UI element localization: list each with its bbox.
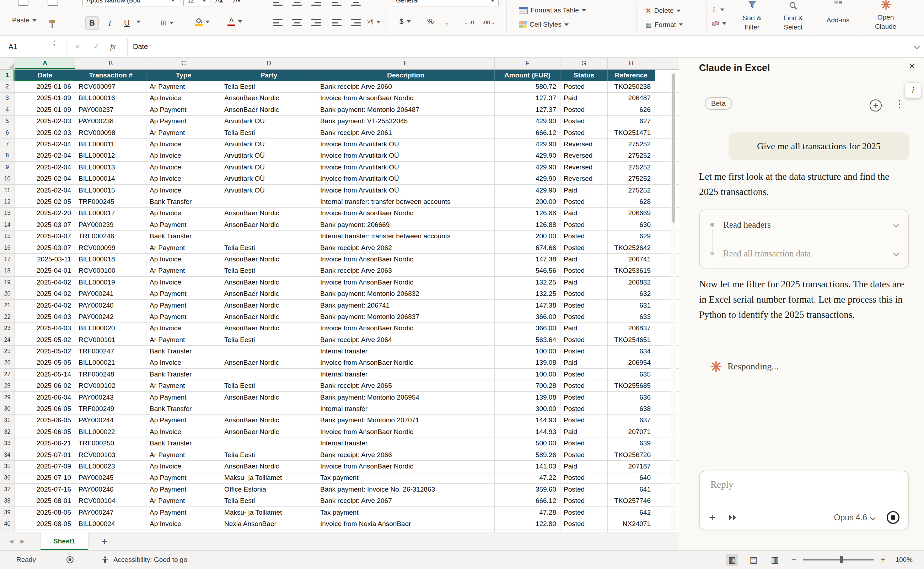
cell-A16[interactable]: 2025-03-07 [15,242,75,254]
cell-H17[interactable]: 206741 [608,254,655,265]
cell-E25[interactable]: Internal transfer [317,345,495,357]
row-number-25[interactable]: 25 [0,345,15,357]
cell-H5[interactable]: 627 [608,116,655,127]
row-number-27[interactable]: 27 [0,369,15,380]
cell-C27[interactable]: Bank Transfer [146,369,221,380]
cell-H9[interactable]: 275252 [608,161,655,173]
cell-D4[interactable]: AnsonBaer Nordic [221,104,317,116]
cell-A40[interactable]: 2025-08-05 [15,518,75,529]
cell-B37[interactable]: PAY000246 [75,484,146,495]
cell-F16[interactable]: 674.66 [495,242,560,254]
cell-B4[interactable]: PAY000237 [75,104,146,116]
cell-F10[interactable]: 429.90 [495,173,560,185]
cell-D3[interactable]: AnsonBaer Nordic [221,93,317,104]
cell-A31[interactable]: 2025-06-05 [15,415,75,426]
cell-D29[interactable]: AnsonBaer Nordic [221,392,317,403]
cell-E22[interactable]: Bank payment: Montonio 206837 [317,311,495,323]
cell-D2[interactable]: Telia Eesti [221,81,317,92]
cell-C40[interactable]: Ap Invoice [146,518,221,529]
cell-B30[interactable]: TRF000249 [75,403,146,414]
cell-C22[interactable]: Ap Payment [146,311,221,323]
cell-E4[interactable]: Bank payment: Montonio 206487 [317,104,495,116]
vertical-scrollbar[interactable] [671,72,676,529]
cell-G5[interactable]: Posted [560,116,608,127]
cell-G25[interactable]: Posted [560,345,608,357]
cell-G18[interactable]: Posted [560,265,608,277]
cell-H34[interactable]: TKO256720 [608,449,655,461]
cell-C39[interactable]: Ap Payment [146,507,221,518]
cell-A17[interactable]: 2025-03-11 [15,254,75,265]
cell-H10[interactable]: 275252 [608,173,655,185]
cell-C30[interactable]: Bank Transfer [146,403,221,414]
cell-G20[interactable]: Posted [560,288,608,300]
formula-bar-expand-icon[interactable] [914,43,920,49]
cell-D13[interactable]: AnsonBaer Nordic [221,208,317,219]
cell-G3[interactable]: Paid [560,93,608,104]
cell-D26[interactable]: AnsonBaer Nordic [221,357,317,369]
cell-C23[interactable]: Ap Invoice [146,323,221,334]
cell-C28[interactable]: Ar Payment [146,380,221,392]
cell-H16[interactable]: TKO252642 [608,242,655,254]
cell-A2[interactable]: 2025-01-06 [15,81,75,92]
row-number-1[interactable]: 1 [0,70,15,81]
cell-A29[interactable]: 2025-06-04 [15,392,75,403]
cell-B28[interactable]: RCV000102 [75,380,146,392]
cell-A3[interactable]: 2025-01-09 [15,93,75,104]
clear-button[interactable] [712,21,726,26]
cell-C18[interactable]: Ar Payment [146,265,221,277]
cell-H19[interactable]: 206832 [608,277,655,288]
cell-C2[interactable]: Ar Payment [146,81,221,92]
cell-H7[interactable]: 275252 [608,138,655,150]
cell-E20[interactable]: Bank payment: Montonio 206832 [317,288,495,300]
cell-G37[interactable]: Posted [560,484,608,495]
cell-G31[interactable]: Posted [560,415,608,426]
cell-B9[interactable]: BILL000013 [75,161,146,173]
zoom-in-button[interactable]: + [880,555,885,565]
cell-B5[interactable]: PAY000238 [75,116,146,127]
merge-button[interactable]: >¶ [367,18,381,26]
format-painter-button[interactable] [48,20,56,29]
cell-D15[interactable] [221,231,317,242]
row-number-28[interactable]: 28 [0,380,15,392]
comma-button[interactable]: , [446,16,448,27]
cell-B38[interactable]: RCV000104 [75,495,146,507]
cell-D6[interactable]: Telia Eesti [221,127,317,138]
close-panel-icon[interactable]: × [908,60,915,72]
cell-B39[interactable]: PAY000247 [75,507,146,518]
fill-down-button[interactable]: ⇩ [712,6,724,14]
currency-button[interactable]: $ [399,17,411,26]
cell-F5[interactable]: 429.90 [495,116,560,127]
cell-E12[interactable]: Internal transfer: transfer between acco… [317,196,495,207]
cell-D10[interactable]: Arvutitark OÜ [221,173,317,185]
cell-C9[interactable]: Ap Invoice [146,161,221,173]
wrap-text-icon[interactable] [351,0,361,6]
row-number-29[interactable]: 29 [0,392,15,403]
cell-B3[interactable]: BILL000016 [75,93,146,104]
cell-G11[interactable]: Paid [560,185,608,196]
cell-H25[interactable]: 634 [608,345,655,357]
cell-A14[interactable]: 2025-03-07 [15,219,75,231]
row-number-20[interactable]: 20 [0,288,15,300]
cell-E6[interactable]: Bank receipt: Arve 2061 [317,127,495,138]
cell-E10[interactable]: Invoice from Arvutitark OÜ [317,173,495,185]
cell-G35[interactable]: Paid [560,461,608,472]
row-number-37[interactable]: 37 [0,484,15,495]
cell-F7[interactable]: 429.90 [495,138,560,150]
cell-E3[interactable]: Invoice from AnsonBaer Nordic [317,93,495,104]
cell-A13[interactable]: 2025-02-20 [15,208,75,219]
cell-D16[interactable]: Telia Eesti [221,242,317,254]
cell-A32[interactable]: 2025-06-05 [15,426,75,438]
row-number-12[interactable]: 12 [0,196,15,207]
row-number-6[interactable]: 6 [0,127,15,138]
align-top-icon[interactable] [273,0,282,6]
cell-C13[interactable]: Ap Invoice [146,208,221,219]
cell-E37[interactable]: Bank payment: Invoice No. 26-312863 [317,484,495,495]
cell-D22[interactable]: AnsonBaer Nordic [221,311,317,323]
page-break-view-icon[interactable]: ▥ [769,554,781,566]
align-bottom-icon[interactable] [311,0,321,6]
cell-G2[interactable]: Posted [560,81,608,92]
cell-B40[interactable]: BILL000024 [75,518,146,529]
cell-A4[interactable]: 2025-01-09 [15,104,75,116]
column-header-F[interactable]: F [495,58,560,69]
column-header-G[interactable]: G [560,58,608,69]
